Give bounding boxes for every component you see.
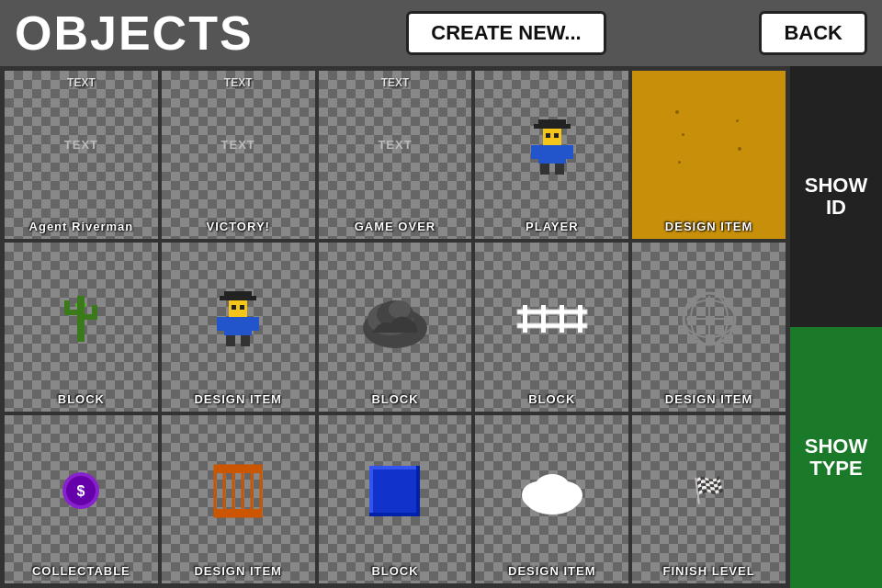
back-button[interactable]: BACK (759, 11, 867, 55)
cell-label: DESIGN ITEM (632, 392, 786, 406)
cell-label: FINISH LEVEL (632, 564, 786, 578)
svg-point-60 (534, 474, 571, 503)
cell-label: DESIGN ITEM (162, 392, 315, 406)
grid-cell-5[interactable]: BLOCK (3, 241, 160, 413)
svg-rect-33 (523, 305, 527, 333)
svg-rect-3 (546, 133, 550, 138)
svg-rect-56 (416, 466, 420, 516)
svg-rect-24 (241, 335, 250, 346)
svg-text:$: $ (77, 483, 85, 499)
cell-label: BLOCK (475, 392, 628, 406)
cell-sublabel: TEXT (5, 76, 158, 89)
svg-rect-21 (240, 305, 244, 310)
svg-point-30 (389, 300, 411, 319)
svg-rect-31 (517, 310, 587, 314)
svg-rect-23 (226, 335, 235, 346)
svg-rect-10 (77, 296, 85, 342)
svg-rect-26 (252, 317, 259, 331)
create-new-button[interactable]: CREATE NEW... (406, 11, 605, 55)
svg-rect-18 (220, 296, 256, 300)
cell-label: DESIGN ITEM (632, 220, 786, 233)
svg-rect-17 (224, 291, 252, 296)
grid-cell-10[interactable]: $ COLLECTABLE (3, 413, 160, 585)
grid-cell-14[interactable]: 🏁FINISH LEVEL (630, 413, 787, 585)
cell-label: GAME OVER (319, 220, 472, 233)
svg-rect-1 (534, 124, 571, 129)
grid-cell-2[interactable]: TEXTTEXTGAME OVER (317, 69, 474, 241)
svg-rect-55 (369, 513, 420, 516)
svg-rect-4 (554, 133, 559, 138)
svg-rect-45 (215, 466, 261, 516)
grid-cell-13[interactable]: DESIGN ITEM (473, 413, 630, 585)
cell-label: BLOCK (319, 392, 472, 406)
cell-label: DESIGN ITEM (162, 564, 315, 578)
svg-rect-15 (75, 303, 77, 307)
grid-cell-11[interactable]: DESIGN ITEM (160, 413, 317, 585)
cell-sublabel: TEXT (319, 76, 472, 89)
cell-label: VICTORY! (162, 220, 315, 233)
objects-grid: TEXTTEXTAgent RivermanTEXTTEXTVICTORY!TE… (0, 66, 790, 588)
show-id-button[interactable]: SHOWID (790, 66, 882, 327)
svg-rect-0 (538, 119, 566, 124)
cell-label: BLOCK (319, 564, 472, 578)
cell-sublabel: TEXT (162, 76, 315, 89)
svg-rect-51 (215, 509, 261, 516)
main-area: TEXTTEXTAgent RivermanTEXTTEXTVICTORY!TE… (0, 66, 882, 588)
grid-cell-4[interactable]: DESIGN ITEM (630, 69, 787, 241)
cell-label: COLLECTABLE (5, 564, 158, 578)
svg-rect-52 (369, 466, 420, 516)
svg-rect-53 (369, 466, 420, 469)
svg-rect-25 (217, 317, 224, 331)
svg-rect-6 (540, 164, 549, 175)
show-type-button[interactable]: SHOWTYPE (790, 327, 882, 588)
svg-rect-34 (541, 305, 546, 333)
cell-label: Agent Riverman (5, 220, 158, 233)
svg-rect-14 (92, 305, 97, 320)
cell-label: DESIGN ITEM (475, 564, 628, 578)
grid-cell-1[interactable]: TEXTTEXTVICTORY! (160, 69, 317, 241)
grid-cell-8[interactable]: BLOCK (473, 241, 630, 413)
svg-rect-35 (560, 305, 564, 333)
svg-rect-9 (566, 145, 573, 159)
grid-cell-7[interactable]: BLOCK (317, 241, 474, 413)
svg-rect-22 (224, 317, 252, 335)
svg-rect-36 (578, 305, 582, 333)
grid-cell-9[interactable]: DESIGN ITEM (630, 241, 787, 413)
svg-rect-12 (64, 300, 70, 315)
svg-rect-20 (232, 305, 236, 310)
svg-rect-50 (215, 466, 261, 473)
svg-rect-5 (538, 145, 566, 164)
grid-cell-12[interactable]: BLOCK (317, 413, 474, 585)
svg-rect-8 (531, 145, 538, 159)
cell-label: PLAYER (475, 220, 628, 233)
grid-cell-6[interactable]: DESIGN ITEM (160, 241, 317, 413)
grid-cell-3[interactable]: PLAYER (473, 69, 630, 241)
svg-rect-7 (555, 164, 564, 175)
page-title: OBJECTS (15, 6, 254, 61)
header: OBJECTS CREATE NEW... BACK (0, 0, 882, 66)
grid-cell-0[interactable]: TEXTTEXTAgent Riverman (3, 69, 160, 241)
cell-label: BLOCK (5, 392, 158, 406)
svg-rect-16 (85, 303, 86, 307)
svg-rect-54 (369, 466, 373, 516)
svg-rect-32 (517, 323, 587, 328)
side-panel: SHOWID SHOWTYPE (790, 66, 882, 588)
